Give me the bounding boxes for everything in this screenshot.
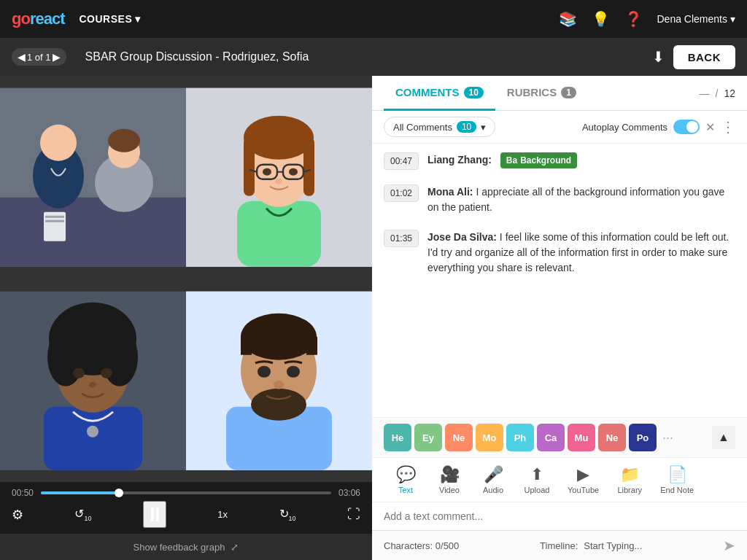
svg-rect-17: [303, 138, 314, 196]
svg-rect-13: [237, 201, 321, 267]
marker-mu[interactable]: Mu: [568, 424, 595, 451]
autoplay-toggle[interactable]: [673, 120, 700, 134]
show-feedback-label: Show feedback graph: [133, 542, 225, 553]
comment-tag-1: Ba Background: [500, 152, 577, 168]
dash-icon: —: [700, 88, 710, 99]
svg-point-4: [40, 125, 77, 161]
rewind-button[interactable]: ↺10: [74, 507, 91, 522]
library-icon[interactable]: 📚: [559, 10, 577, 28]
video-cell-3: [0, 279, 186, 483]
user-chevron: ▾: [730, 13, 735, 25]
progress-fill: [41, 491, 119, 494]
rubrics-tab-label: RUBRICS: [507, 86, 557, 98]
type-endnote[interactable]: 📄 End Note: [651, 462, 703, 497]
pause-button[interactable]: ⏸: [143, 501, 166, 528]
type-text[interactable]: 💬 Text: [384, 462, 427, 497]
timeline-label: Timeline:: [540, 540, 578, 551]
type-video[interactable]: 🎥 Video: [427, 462, 471, 497]
svg-point-25: [275, 179, 282, 184]
progress-bar[interactable]: [41, 491, 331, 494]
commenter-name-3: Jose Da Silva:: [427, 231, 497, 243]
timeline-info: Timeline: Start Typing...: [540, 540, 642, 551]
type-upload[interactable]: ⬆ Upload: [515, 462, 559, 497]
total-time: 03:06: [338, 488, 360, 498]
fast-forward-button[interactable]: ↻10: [279, 507, 296, 522]
filter-row: All Comments 10 ▾ Autoplay Comments ✕ ⋮: [372, 111, 747, 144]
comments-list: 00:47 Liang Zhang: Ba Background 01:02 M…: [372, 144, 747, 417]
svg-rect-9: [45, 216, 64, 218]
send-button[interactable]: ➤: [723, 537, 735, 554]
library-label: Library: [617, 486, 642, 494]
commenter-name-1: Liang Zhang:: [427, 154, 492, 166]
text-label: Text: [398, 486, 413, 494]
marker-ph[interactable]: Ph: [506, 424, 534, 451]
speed-button[interactable]: 1x: [217, 509, 228, 520]
nav-arrows[interactable]: ◀ 1 of 1 ▶: [12, 48, 66, 66]
filter-label: All Comments: [393, 122, 452, 133]
download-button[interactable]: ⬇: [652, 48, 665, 66]
tabs-left: COMMENTS 10 RUBRICS 1: [384, 76, 588, 110]
svg-point-35: [101, 368, 112, 378]
prev-arrow[interactable]: ◀: [18, 51, 26, 63]
svg-point-23: [263, 168, 271, 176]
marker-mo[interactable]: Mo: [476, 424, 503, 451]
youtube-label: YouTube: [568, 486, 599, 494]
comment-time-1: 00:47: [384, 152, 419, 170]
char-counter: Characters: 0/500: [384, 540, 459, 551]
collapse-markers-button[interactable]: ▲: [712, 426, 735, 449]
char-counter-row: Characters: 0/500 Timeline: Start Typing…: [372, 530, 747, 560]
video-cell-4: [186, 279, 372, 483]
courses-menu-button[interactable]: COURSES ▾: [79, 13, 140, 25]
video-grid: [0, 76, 372, 482]
toggle-knob: [686, 121, 698, 133]
autoplay-row: Autoplay Comments ✕: [582, 120, 715, 134]
comment-time-2: 01:02: [384, 184, 419, 202]
next-arrow[interactable]: ▶: [53, 51, 61, 63]
settings-button[interactable]: ⚙: [12, 507, 23, 523]
tab-rubrics[interactable]: RUBRICS 1: [495, 76, 588, 111]
type-audio[interactable]: 🎤 Audio: [471, 462, 515, 497]
fullscreen-button[interactable]: ⛶: [347, 507, 360, 522]
expand-icon: ⤢: [231, 542, 239, 553]
autoplay-close[interactable]: ✕: [705, 120, 715, 134]
marker-ca[interactable]: Ca: [537, 424, 565, 451]
video-controls: 00:50 03:06 ⚙ ↺10 ⏸ 1x ↻10 ⛶: [0, 482, 372, 534]
svg-point-34: [73, 368, 85, 378]
library-type-icon: 📁: [620, 465, 640, 484]
svg-rect-10: [45, 220, 64, 222]
filter-dropdown[interactable]: All Comments 10 ▾: [384, 117, 495, 137]
submission-nav: ◀ 1 of 1 ▶ SBAR Group Discussion - Rodri…: [12, 48, 309, 66]
marker-po[interactable]: Po: [629, 424, 657, 451]
comment-item-3: 01:35 Jose Da Silva: I feel like some of…: [384, 230, 735, 276]
marker-ne-1[interactable]: Ne: [445, 424, 473, 451]
svg-rect-28: [44, 406, 142, 470]
type-youtube[interactable]: ▶ YouTube: [559, 462, 608, 497]
svg-point-7: [108, 129, 140, 152]
comment-time-3: 01:35: [384, 230, 419, 247]
svg-point-41: [241, 313, 317, 359]
video-cell-2: [186, 76, 372, 279]
progress-row: 00:50 03:06: [12, 488, 360, 498]
marker-he[interactable]: He: [384, 424, 411, 451]
back-button[interactable]: BACK: [673, 45, 735, 69]
svg-point-24: [289, 168, 298, 176]
add-comment-input[interactable]: [384, 510, 735, 522]
help-icon[interactable]: ❓: [624, 10, 643, 28]
svg-point-45: [258, 365, 271, 377]
filter-chevron: ▾: [481, 122, 486, 133]
tab-comments[interactable]: COMMENTS 10: [384, 76, 495, 111]
ideas-icon[interactable]: 💡: [592, 10, 610, 28]
nav-right: 📚 💡 ❓ Dena Clements ▾: [559, 10, 736, 28]
logo[interactable]: goreact: [12, 9, 64, 28]
endnote-label: End Note: [660, 486, 694, 494]
submission-right: ⬇ BACK: [652, 45, 735, 69]
svg-point-47: [274, 380, 284, 389]
comment-body-1: Liang Zhang: Ba Background: [427, 152, 735, 168]
type-library[interactable]: 📁 Library: [608, 462, 651, 497]
user-menu-button[interactable]: Dena Clements ▾: [657, 13, 736, 25]
more-markers-button[interactable]: ···: [659, 430, 676, 446]
feedback-bar[interactable]: Show feedback graph ⤢: [0, 534, 372, 560]
marker-ey[interactable]: Ey: [414, 424, 442, 451]
more-options-button[interactable]: ⋮: [721, 118, 735, 136]
marker-ne-2[interactable]: Ne: [598, 424, 626, 451]
